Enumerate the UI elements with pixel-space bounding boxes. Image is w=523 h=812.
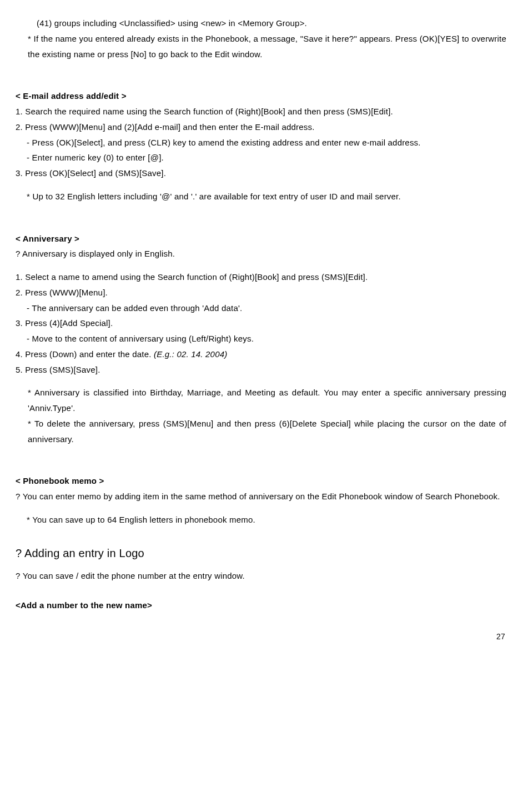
email-step-2a: - Press (OK)[Select], and press (CLR) ke… bbox=[16, 135, 507, 151]
anniv-step-3a: - Move to the content of anniversary usi… bbox=[16, 331, 507, 347]
anniv-step-5: 5. Press (SMS)[Save]. bbox=[16, 362, 507, 378]
anniv-step-2a: - The anniversary can be added even thro… bbox=[16, 300, 507, 316]
email-step-3: 3. Press (OK)[Select] and (SMS)[Save]. bbox=[16, 166, 507, 181]
section-add-number-head: <Add a number to the new name> bbox=[16, 598, 507, 613]
email-note: * Up to 32 English letters including '@'… bbox=[16, 189, 507, 204]
anniv-step-4-example: (E.g.: 02. 14. 2004) bbox=[154, 349, 227, 359]
text-note: * If the name you entered already exists… bbox=[16, 31, 507, 62]
anniv-step-4-text: 4. Press (Down) and enter the date. bbox=[16, 349, 154, 359]
text-line: (41) groups including <Unclassified> usi… bbox=[16, 16, 507, 31]
anniv-note-1: * Anniversary is classified into Birthda… bbox=[16, 385, 507, 416]
email-step-2: 2. Press (WWW)[Menu] and (2)[Add e-mail]… bbox=[16, 119, 507, 135]
anniv-note-2: * To delete the anniversary, press (SMS)… bbox=[16, 416, 507, 447]
anniv-step-4: 4. Press (Down) and enter the date. (E.g… bbox=[16, 347, 507, 362]
memo-note: * You can save up to 64 English letters … bbox=[16, 512, 507, 528]
email-step-1: 1. Search the required name using the Se… bbox=[16, 104, 507, 119]
anniv-step-2: 2. Press (WWW)[Menu]. bbox=[16, 285, 507, 300]
memo-intro: ? You can enter memo by adding item in t… bbox=[16, 489, 507, 504]
section-logo-head: ? Adding an entry in Logo bbox=[16, 543, 507, 564]
logo-intro: ? You can save / edit the phone number a… bbox=[16, 568, 507, 584]
section-anniv-head: < Anniversary > bbox=[16, 231, 507, 247]
section-email-head: < E-mail address add/edit > bbox=[16, 88, 507, 104]
section-memo-head: < Phonebook memo > bbox=[16, 473, 507, 489]
anniv-step-1: 1. Select a name to amend using the Sear… bbox=[16, 269, 507, 285]
page-number: 27 bbox=[16, 630, 507, 644]
email-step-2b: - Enter numeric key (0) to enter [@]. bbox=[16, 150, 507, 166]
anniv-intro: ? Anniversary is displayed only in Engli… bbox=[16, 246, 507, 262]
anniv-step-3: 3. Press (4)[Add Special]. bbox=[16, 315, 507, 331]
